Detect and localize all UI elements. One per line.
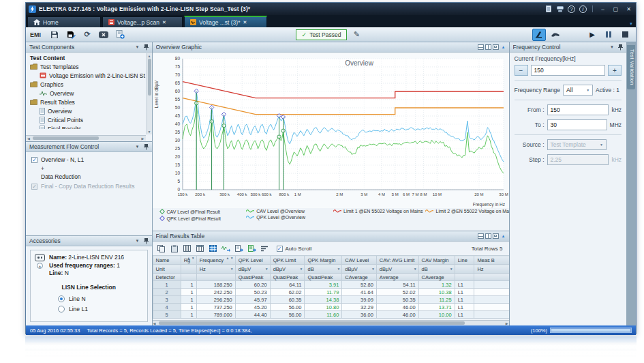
scroll-left-icon[interactable]: ◀ (153, 321, 156, 325)
collapse-panel-icon[interactable]: ▲ (502, 45, 506, 49)
report-icon[interactable] (545, 5, 552, 13)
stop-button[interactable] (618, 29, 632, 41)
tree-item-overview[interactable]: Overview (26, 89, 152, 98)
scroll-up-icon[interactable]: ▲ (147, 53, 152, 59)
unit-dropdown-icon[interactable]: ▼ (371, 267, 375, 271)
legend-item[interactable]: Limit 2 @EN 55022 Voltage on Mains (425, 209, 506, 214)
info-icon[interactable]: i (579, 5, 587, 13)
scroll-down-icon[interactable]: ▼ (147, 129, 152, 134)
copy-button[interactable] (156, 244, 167, 254)
line-n-radio[interactable]: Line N (58, 295, 143, 302)
add-report-button[interactable] (113, 29, 127, 41)
split-vertical-icon[interactable] (485, 44, 491, 50)
overview-graphic-header[interactable]: Overview Graphic ▲ (153, 42, 509, 53)
col-header-qpk-level[interactable]: QPK Level (235, 256, 270, 265)
clear-results-button[interactable] (97, 29, 110, 41)
auto-scroll-checkbox[interactable]: ✓ (277, 246, 283, 252)
export-file-button[interactable] (247, 244, 258, 254)
pause-button[interactable] (602, 29, 615, 41)
tree-item-voltage-emission-with-2-line-lis[interactable]: Voltage Emission with 2-Line-LISN St (26, 71, 152, 80)
unit-cell[interactable]: dBµV▼ (270, 265, 305, 274)
panel-dropdown-icon[interactable]: ▼ (136, 145, 140, 149)
table-horizontal-scrollbar[interactable]: ◀ ▶ (153, 320, 509, 325)
unit-dropdown-icon[interactable]: ▼ (337, 267, 340, 271)
col-header-meas-b[interactable]: Meas B (474, 256, 509, 265)
help-icon[interactable]: ? (568, 5, 575, 13)
legend-item[interactable]: QPK Level @Final Result (159, 216, 244, 221)
frequency-control-header[interactable]: Frequency Control ▼ (510, 42, 627, 53)
column-config-button[interactable] (182, 244, 193, 254)
source-select[interactable]: Test Template ▼ (547, 139, 607, 150)
frequency-decrement-button[interactable]: − (515, 65, 528, 76)
col-header-cav-avg-limit[interactable]: CAV: AVG Limit (376, 256, 418, 265)
export-report-button[interactable] (234, 244, 245, 254)
unit-dropdown-icon[interactable]: ▼ (230, 267, 234, 271)
unit-dropdown-icon[interactable]: ▼ (414, 267, 417, 271)
line-l1-radio[interactable]: Line L1 (58, 306, 143, 313)
tab-home[interactable]: Home (27, 16, 101, 27)
tab-scan-close-icon[interactable]: ✕ (162, 20, 166, 25)
col-header-frequency[interactable]: Frequency▲ ▼ (196, 256, 235, 265)
collapse-panel-icon[interactable]: ▲ (502, 234, 506, 238)
scroll-left-icon[interactable]: ◀ (26, 136, 31, 141)
split-vertical-icon[interactable] (485, 233, 491, 239)
add-step-button[interactable]: + (31, 165, 147, 172)
manual-mode-button[interactable] (549, 29, 562, 41)
pin-icon[interactable] (144, 237, 149, 244)
scroll-right-icon[interactable]: ▶ (140, 136, 146, 141)
sort-arrows-icon[interactable]: ▲ ▼ (226, 257, 233, 260)
test-components-header[interactable]: Test Components ▼ (26, 42, 152, 53)
tab-overflow-chevron-icon[interactable]: ▼ (629, 22, 633, 26)
panel-dropdown-icon[interactable]: ▼ (610, 45, 614, 49)
scrollbar-thumb[interactable] (33, 136, 99, 140)
col-header-name[interactable]: Name (153, 256, 181, 265)
column-header-button[interactable] (195, 244, 206, 254)
minimize-button[interactable]: – (598, 5, 607, 13)
final-step-checkbox[interactable]: ✓ (31, 184, 37, 190)
frequency-increment-button[interactable]: + (608, 65, 622, 76)
refresh-icon[interactable]: ⟳ (80, 29, 94, 41)
split-horizontal-icon[interactable] (478, 44, 484, 50)
unit-cell[interactable]: dBµV▼ (235, 265, 270, 274)
panel-dropdown-icon[interactable]: ▼ (136, 45, 140, 49)
tree-item-graphics[interactable]: Graphics (26, 80, 152, 89)
auto-scroll-control[interactable]: ✓ Auto Scroll (277, 246, 312, 252)
col-header-qpk-limit[interactable]: QPK Limit (270, 256, 305, 265)
tree-vertical-scrollbar[interactable]: ▲ ▼ (147, 53, 152, 134)
tree-item-final-results[interactable]: Final Results (26, 124, 152, 129)
frequency-range-select[interactable]: All ▼ (563, 85, 593, 96)
table-row[interactable]: 31296.25045.9760.3514.3839.0950.3511.25L… (153, 296, 509, 304)
close-button[interactable]: ✕ (624, 5, 633, 13)
tree-item-overview[interactable]: Overview (26, 106, 152, 115)
table-row[interactable]: 51789.00044.4056.0011.6036.0046.0010.00L… (153, 311, 509, 319)
legend-item[interactable]: CAV Level @Overview (246, 209, 331, 214)
pin-icon[interactable] (144, 44, 149, 50)
paste-button[interactable] (169, 244, 180, 254)
float-window-icon[interactable] (493, 233, 499, 239)
accessories-header[interactable]: Accessories ▼ (26, 236, 152, 246)
sort-arrows-icon[interactable]: ▲ ▼ (187, 257, 194, 260)
table-row[interactable]: 41737.25045.2056.0010.8032.2946.0013.71L… (153, 304, 509, 311)
trace-export-button[interactable] (221, 244, 232, 254)
devices-icon[interactable] (556, 5, 564, 13)
unit-cell[interactable]: dB▼ (305, 265, 342, 274)
maximize-button[interactable]: ▢ (611, 5, 620, 13)
save-as-button[interactable] (64, 29, 78, 41)
split-horizontal-icon[interactable] (478, 233, 484, 239)
overview-step-checkbox[interactable]: ✓ (31, 157, 37, 163)
col-header-rg[interactable]: Rg▲ ▼ (181, 256, 196, 265)
col-header-cav-level[interactable]: CAV Level (342, 256, 377, 265)
interactive-mode-button[interactable] (532, 29, 546, 41)
pin-icon[interactable] (618, 44, 623, 50)
unit-cell[interactable]: dBµV▼ (342, 265, 377, 274)
col-header-cav-margin[interactable]: CAV Margin (418, 256, 455, 265)
step-input[interactable]: 2.25 (547, 154, 609, 165)
grid-view-button[interactable] (208, 244, 219, 254)
collapse-chevron-icon[interactable]: ▲ (37, 263, 43, 269)
scrollbar-thumb[interactable] (148, 59, 151, 96)
scroll-right-icon[interactable]: ▶ (506, 321, 508, 325)
legend-item[interactable]: Limit 1 @EN 55022 Voltage on Mains (333, 209, 423, 214)
data-reduction-label[interactable]: Data Reduction (31, 173, 147, 180)
unit-dropdown-icon[interactable]: ▼ (300, 267, 303, 271)
unit-dropdown-icon[interactable]: ▼ (265, 267, 269, 271)
